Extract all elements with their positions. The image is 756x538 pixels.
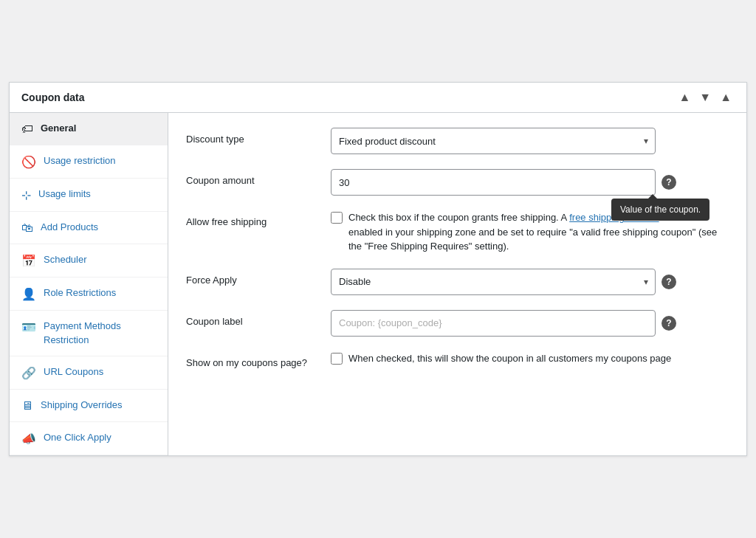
sidebar-item-add-products[interactable]: 🛍 Add Products: [10, 212, 168, 244]
sidebar-item-usage-restriction[interactable]: 🚫 Usage restriction: [10, 145, 168, 179]
show-coupons-checkbox[interactable]: [331, 353, 343, 365]
panel-body: 🏷 General 🚫 Usage restriction ⊹ Usage li…: [10, 113, 746, 455]
collapse-down-button[interactable]: ▼: [696, 90, 714, 105]
coupon-amount-input[interactable]: [331, 169, 656, 196]
sidebar-item-payment-methods[interactable]: 🪪 Payment Methods Restriction: [10, 311, 168, 356]
usage-limits-icon: ⊹: [21, 188, 31, 202]
sidebar-item-label: One Click Apply: [44, 431, 111, 444]
coupon-label-label: Coupon label: [186, 310, 319, 327]
force-apply-row: Force Apply Disable Enable ▾ ?: [186, 269, 729, 295]
coupon-label-field: ?: [331, 310, 729, 337]
sidebar-item-label: Shipping Overrides: [41, 399, 123, 412]
show-coupons-label: Show on my coupons page?: [186, 351, 319, 368]
sidebar-item-one-click-apply[interactable]: 📣 One Click Apply: [10, 422, 168, 455]
role-restrictions-icon: 👤: [21, 287, 36, 301]
add-products-icon: 🛍: [21, 221, 33, 235]
discount-type-select[interactable]: Percentage discount Fixed cart discount …: [331, 128, 656, 154]
sidebar-item-scheduler[interactable]: 📅 Scheduler: [10, 244, 168, 277]
payment-methods-icon: 🪪: [21, 320, 36, 334]
shipping-overrides-icon: 🖥: [21, 399, 33, 413]
sidebar-item-usage-limits[interactable]: ⊹ Usage limits: [10, 179, 168, 212]
coupon-amount-tooltip: Value of the coupon.: [611, 199, 709, 221]
main-content: Discount type Percentage discount Fixed …: [168, 113, 746, 455]
sidebar: 🏷 General 🚫 Usage restriction ⊹ Usage li…: [10, 113, 168, 455]
allow-free-shipping-label: Allow free shipping: [186, 210, 319, 227]
show-coupons-text: When checked, this will show the coupon …: [348, 351, 671, 366]
sidebar-item-label: Usage limits: [38, 187, 91, 201]
coupon-label-input[interactable]: [331, 310, 656, 337]
show-coupons-checkbox-row: When checked, this will show the coupon …: [331, 351, 729, 366]
usage-restriction-icon: 🚫: [21, 155, 36, 169]
force-apply-select-wrapper: Disable Enable ▾: [331, 269, 656, 295]
discount-type-row: Discount type Percentage discount Fixed …: [186, 128, 729, 154]
coupon-amount-help-icon[interactable]: ?: [662, 175, 676, 190]
coupon-label-row: Coupon label ?: [186, 310, 729, 337]
sidebar-item-general[interactable]: 🏷 General: [10, 113, 168, 145]
sidebar-item-label: Scheduler: [44, 253, 87, 266]
coupon-label-with-help: ?: [331, 310, 729, 337]
discount-type-label: Discount type: [186, 128, 319, 145]
collapse-up-button[interactable]: ▲: [676, 90, 693, 105]
coupon-panel: Coupon data ▲ ▼ ▲ 🏷 General 🚫 Usage rest…: [9, 82, 747, 455]
show-coupons-field: When checked, this will show the coupon …: [331, 351, 729, 366]
sidebar-item-label: URL Coupons: [44, 365, 103, 379]
discount-type-field: Percentage discount Fixed cart discount …: [331, 128, 729, 154]
panel-title: Coupon data: [21, 92, 85, 103]
coupon-amount-field: ? Value of the coupon.: [331, 169, 729, 196]
header-controls: ▲ ▼ ▲: [676, 90, 735, 105]
sidebar-item-shipping-overrides[interactable]: 🖥 Shipping Overrides: [10, 390, 168, 422]
force-apply-label: Force Apply: [186, 269, 319, 286]
sidebar-item-role-restrictions[interactable]: 👤 Role Restrictions: [10, 277, 168, 311]
force-apply-field: Disable Enable ▾ ?: [331, 269, 729, 295]
sidebar-item-url-coupons[interactable]: 🔗 URL Coupons: [10, 356, 168, 390]
coupon-amount-label: Coupon amount: [186, 169, 319, 186]
coupon-label-help-icon[interactable]: ?: [662, 316, 676, 331]
one-click-apply-icon: 📣: [21, 432, 36, 446]
allow-free-shipping-checkbox[interactable]: [331, 212, 343, 224]
sidebar-item-label: Add Products: [41, 221, 98, 234]
force-apply-select[interactable]: Disable Enable: [331, 269, 656, 295]
general-icon: 🏷: [21, 123, 33, 136]
sidebar-item-label: Role Restrictions: [44, 286, 116, 300]
sidebar-item-label: General: [41, 122, 76, 135]
force-apply-with-help: Disable Enable ▾ ?: [331, 269, 729, 295]
coupon-amount-row: Coupon amount ? Value of the coupon.: [186, 169, 729, 196]
collapse-toggle-button[interactable]: ▲: [717, 90, 735, 105]
coupon-amount-with-help: ?: [331, 169, 729, 196]
discount-type-select-wrapper: Percentage discount Fixed cart discount …: [331, 128, 656, 154]
panel-header: Coupon data ▲ ▼ ▲: [10, 83, 746, 113]
sidebar-item-label: Payment Methods Restriction: [44, 320, 156, 346]
sidebar-item-label: Usage restriction: [44, 154, 116, 168]
show-coupons-row: Show on my coupons page? When checked, t…: [186, 351, 729, 368]
force-apply-help-icon[interactable]: ?: [662, 275, 676, 289]
scheduler-icon: 📅: [21, 254, 36, 268]
url-coupons-icon: 🔗: [21, 366, 36, 380]
